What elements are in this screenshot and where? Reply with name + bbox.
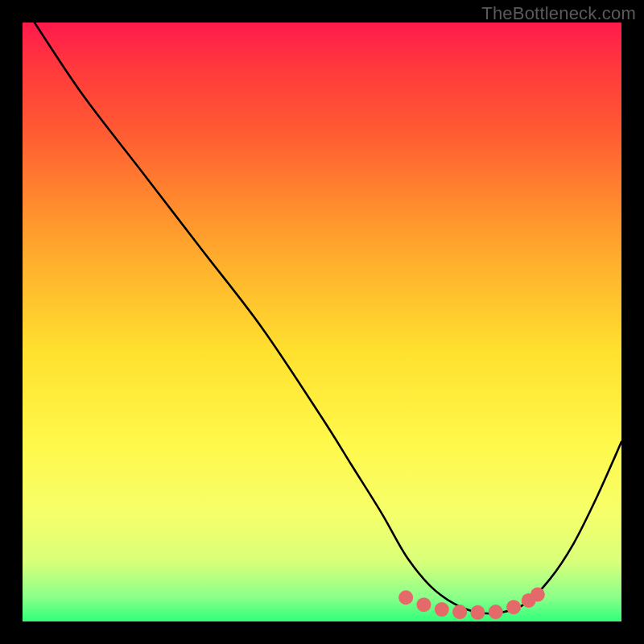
optimal-marker (435, 602, 449, 617)
optimal-marker (470, 605, 485, 620)
optimal-zone-markers (398, 588, 545, 620)
bottleneck-curve (35, 23, 621, 613)
optimal-marker (489, 605, 503, 619)
optimal-marker (416, 597, 431, 612)
plot-area (23, 23, 621, 621)
watermark-label: TheBottleneck.com (481, 3, 636, 24)
optimal-marker (452, 605, 467, 619)
optimal-marker (530, 588, 545, 602)
chart-svg (23, 23, 621, 621)
optimal-marker (506, 600, 521, 614)
optimal-marker (398, 590, 413, 605)
chart-frame: TheBottleneck.com (0, 0, 644, 644)
